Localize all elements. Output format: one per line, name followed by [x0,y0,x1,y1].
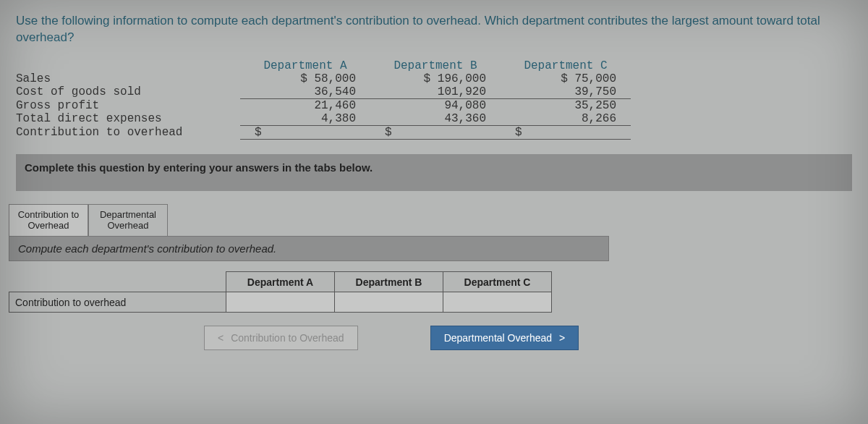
prev-button-label: Contribution to Overhead [231,332,344,344]
direct-c: 8,266 [501,112,631,126]
sales-b: $ 196,000 [370,72,501,85]
label-cogs: Cost of goods sold [16,85,240,99]
direct-b: 43,360 [370,112,501,126]
direct-a: 4,380 [240,112,370,126]
col-header-b: Department B [370,59,501,72]
col-header-c: Department C [501,59,631,72]
row-cogs: Cost of goods sold 36,540 101,920 39,750 [16,85,852,99]
sales-a: $ 58,000 [240,72,370,85]
label-sales: Sales [16,72,240,85]
ans-header-c: Department C [443,272,552,292]
nav-row: < Contribution to Overhead Departmental … [9,326,861,350]
row-contrib: Contribution to overhead $ $ $ [16,126,852,140]
label-gross: Gross profit [16,99,240,112]
next-button-label: Departmental Overhead [444,332,552,344]
row-sales: Sales $ 58,000 $ 196,000 $ 75,000 [16,72,852,85]
data-header-row: Department A Department B Department C [16,59,852,72]
contrib-c: $ [501,126,631,140]
gross-c: 35,250 [501,99,631,112]
row-direct: Total direct expenses 4,380 43,360 8,266 [16,112,852,126]
data-table: Department A Department B Department C S… [16,59,852,140]
ans-input-b[interactable] [335,292,443,313]
contrib-b: $ [370,126,501,140]
sales-c: $ 75,000 [501,72,631,85]
ans-header-b: Department B [335,272,443,292]
ans-rowlabel: Contribution to overhead [9,292,226,313]
next-button[interactable]: Departmental Overhead > [430,326,579,350]
gross-a: 21,460 [240,99,370,112]
tabs-row: Contribution to Overhead Departmental Ov… [9,204,861,236]
label-direct: Total direct expenses [16,112,240,126]
ans-header-a: Department A [226,272,335,292]
chevron-right-icon: > [559,332,565,344]
row-gross: Gross profit 21,460 94,080 35,250 [16,99,852,112]
gross-b: 94,080 [370,99,501,112]
prev-button[interactable]: < Contribution to Overhead [204,326,358,350]
ans-input-c[interactable] [443,292,552,313]
answer-table: Department A Department B Department C C… [9,271,552,313]
cogs-b: 101,920 [370,85,501,99]
tab-departmental[interactable]: Departmental Overhead [88,204,168,236]
label-contrib: Contribution to overhead [16,126,240,140]
question-text: Use the following information to compute… [16,13,852,46]
contrib-a: $ [240,126,370,140]
chevron-left-icon: < [218,332,224,344]
cogs-a: 36,540 [240,85,370,99]
ans-input-a[interactable] [226,292,335,313]
section-prompt: Compute each department's contribution t… [9,236,609,261]
tab-contribution[interactable]: Contribution to Overhead [9,204,88,236]
instruction-bar: Complete this question by entering your … [16,154,852,191]
col-header-a: Department A [240,59,370,72]
cogs-c: 39,750 [501,85,631,99]
